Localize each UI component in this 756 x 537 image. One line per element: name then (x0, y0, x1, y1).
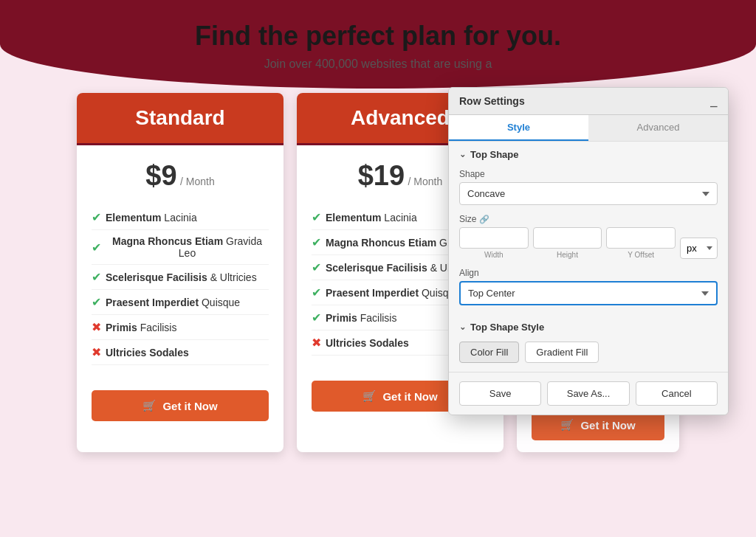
list-item: ✖Primis Facilisis (92, 315, 269, 340)
tab-advanced[interactable]: Advanced (588, 115, 728, 141)
shape-label: Shape (459, 169, 718, 179)
gradient-fill-button[interactable]: Gradient Fill (525, 342, 599, 363)
shape-field: Shape Concave Convex Triangle Wave None (449, 164, 728, 209)
check-icon: ✔ (92, 295, 101, 309)
list-item: ✔Praesent Imperdiet Quisque (92, 290, 269, 315)
check-icon: ✔ (312, 285, 321, 299)
save-as-button[interactable]: Save As... (547, 381, 629, 406)
panel-minimize-button[interactable]: ⎯ (710, 95, 718, 107)
price-amount-advanced: $19 (358, 160, 405, 191)
panel-title: Row Settings (459, 95, 525, 107)
y-offset-input[interactable] (606, 227, 676, 249)
chevron-down-icon: ⌄ (459, 150, 466, 159)
unit-select-group: px % em (680, 238, 718, 259)
height-label: Height (557, 251, 578, 259)
list-item: ✔Elementum Lacinia (92, 205, 269, 230)
check-icon: ✔ (92, 270, 101, 284)
list-item: ✔Magna Rhoncus Etiam Gravida Leo (92, 230, 269, 265)
cancel-button[interactable]: Cancel (636, 381, 718, 406)
page-subtitle: Join over 400,000 websites that are usin… (157, 58, 599, 71)
check-icon: ✔ (312, 235, 321, 249)
check-icon: ✔ (312, 311, 321, 325)
cart-icon: 🛒 (362, 389, 377, 403)
top-shape-style-section-toggle[interactable]: ⌄ Top Shape Style (449, 314, 728, 337)
get-btn-label-advanced: Get it Now (382, 390, 437, 403)
get-btn-label-premium: Get it Now (580, 419, 635, 432)
size-label: Size 🔗 (459, 214, 718, 224)
card-body-standard: $9 / Month ✔Elementum Lacinia ✔Magna Rho… (77, 145, 284, 381)
check-icon: ✔ (92, 240, 101, 254)
unit-select[interactable]: px % em (680, 238, 718, 259)
check-icon: ✔ (312, 210, 321, 224)
panel-tabs: Style Advanced (449, 115, 728, 142)
tab-style[interactable]: Style (449, 115, 588, 141)
card-title-standard: Standard (135, 106, 224, 129)
size-field: Size 🔗 Width Height Y Offset (449, 209, 728, 263)
align-select[interactable]: Top Center Top Left Top Right Center Bot… (459, 281, 718, 305)
save-button[interactable]: Save (459, 381, 541, 406)
y-offset-label: Y Offset (628, 251, 654, 259)
color-fill-button[interactable]: Color Fill (459, 342, 519, 363)
cross-icon: ✖ (312, 336, 321, 350)
row-settings-panel: Row Settings ⎯ Style Advanced ⌄ Top Shap… (448, 87, 729, 415)
feature-list-standard: ✔Elementum Lacinia ✔Magna Rhoncus Etiam … (92, 205, 269, 365)
width-label: Width (484, 251, 504, 259)
panel-footer: Save Save As... Cancel (449, 372, 728, 415)
list-item: ✔Scelerisque Facilisis & Ultricies (92, 265, 269, 290)
pricing-card-standard: Standard $9 / Month ✔Elementum Lacinia ✔… (77, 93, 284, 452)
width-input-group: Width (459, 227, 529, 259)
top-shape-section-label: Top Shape (470, 149, 518, 160)
panel-body: ⌄ Top Shape Shape Concave Convex Triangl… (449, 142, 728, 372)
price-standard: $9 / Month (92, 160, 269, 192)
align-field: Align Top Center Top Left Top Right Cent… (449, 263, 728, 310)
cross-icon: ✖ (92, 345, 101, 359)
panel-header: Row Settings ⎯ (449, 88, 728, 115)
top-shape-section-toggle[interactable]: ⌄ Top Shape (449, 142, 728, 164)
price-period-standard: / Month (180, 176, 215, 187)
card-header-standard: Standard (77, 93, 284, 143)
cross-icon: ✖ (92, 320, 101, 334)
link-icon: 🔗 (479, 215, 489, 224)
size-inputs-row: Width Height Y Offset px % em (459, 227, 718, 259)
card-title-advanced: Advanced (351, 106, 450, 129)
shape-select[interactable]: Concave Convex Triangle Wave None (459, 182, 718, 205)
align-label: Align (459, 268, 718, 278)
list-item: ✖Ultricies Sodales (92, 340, 269, 365)
top-shape-style-label: Top Shape Style (470, 322, 544, 333)
price-amount-standard: $9 (145, 160, 176, 191)
width-input[interactable] (459, 227, 529, 249)
check-icon: ✔ (312, 260, 321, 274)
y-offset-input-group: Y Offset (606, 227, 676, 259)
page-title: Find the perfect plan for you. (0, 21, 756, 52)
get-btn-label-standard: Get it Now (162, 400, 217, 412)
chevron-down-icon: ⌄ (459, 322, 466, 332)
fill-buttons: Color Fill Gradient Fill (449, 337, 728, 372)
get-btn-standard[interactable]: 🛒 Get it Now (92, 390, 269, 421)
cart-icon: 🛒 (142, 399, 157, 412)
height-input-group: Height (533, 227, 602, 259)
price-period-advanced: / Month (408, 176, 443, 187)
height-input[interactable] (533, 227, 602, 249)
card-footer-standard: 🛒 Get it Now (77, 381, 284, 433)
cart-icon: 🛒 (560, 418, 574, 432)
check-icon: ✔ (92, 210, 101, 224)
